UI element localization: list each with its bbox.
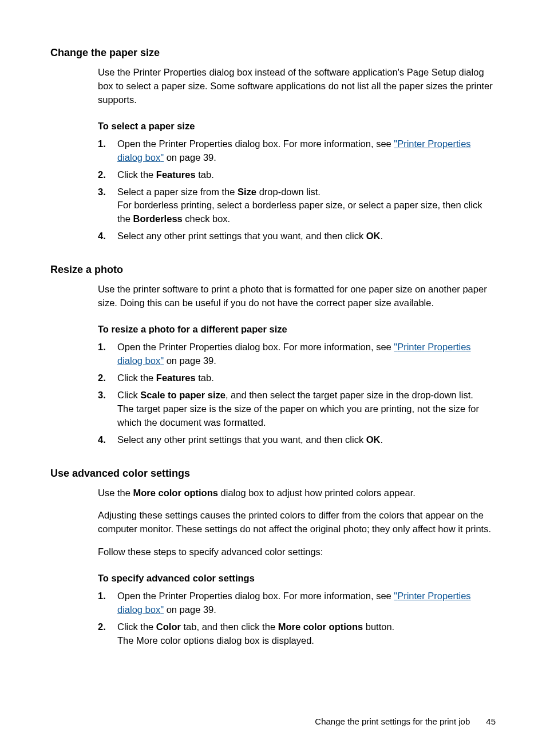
step-content: Open the Printer Properties dialog box. … [117, 589, 496, 617]
step-number: 2. [98, 371, 117, 385]
step-number: 1. [98, 589, 117, 617]
intro-paragraph: Use the Printer Properties dialog box in… [98, 66, 496, 107]
step-content: Select a paper size from the Size drop-d… [117, 185, 496, 227]
step-content: Click the Features tab. [117, 168, 496, 182]
list-item: 2. Click the Features tab. [98, 168, 496, 182]
step-content: Open the Printer Properties dialog box. … [117, 137, 496, 165]
steps-list: 1. Open the Printer Properties dialog bo… [98, 589, 496, 648]
step-content: Open the Printer Properties dialog box. … [117, 341, 496, 368]
page-content: Change the paper size Use the Printer Pr… [0, 0, 546, 648]
paragraph: Adjusting these settings causes the prin… [98, 509, 496, 536]
list-item: 3. Click Scale to paper size, and then s… [98, 389, 496, 430]
step-number: 2. [98, 168, 117, 182]
page-footer: Change the print settings for the print … [315, 717, 496, 726]
list-item: 2. Click the Features tab. [98, 371, 496, 385]
step-number: 2. [98, 620, 117, 648]
step-content: Click the Color tab, and then click the … [117, 620, 496, 648]
steps-list: 1. Open the Printer Properties dialog bo… [98, 137, 496, 243]
step-number: 4. [98, 229, 117, 243]
step-number: 4. [98, 433, 117, 447]
step-number: 3. [98, 389, 117, 430]
step-content: Click Scale to paper size, and then sele… [117, 389, 496, 430]
step-number: 3. [98, 185, 117, 227]
step-content: Select any other print settings that you… [117, 229, 496, 243]
section-advanced-color: Use advanced color settings Use the More… [50, 468, 496, 648]
heading-advanced-color: Use advanced color settings [50, 468, 496, 480]
section-resize-photo: Resize a photo Use the printer software … [50, 264, 496, 446]
heading-resize-photo: Resize a photo [50, 264, 496, 276]
step-number: 1. [98, 341, 117, 368]
list-item: 1. Open the Printer Properties dialog bo… [98, 341, 496, 368]
page-number: 45 [486, 717, 496, 726]
list-item: 4. Select any other print settings that … [98, 433, 496, 447]
heading-change-paper-size: Change the paper size [50, 47, 496, 59]
steps-list: 1. Open the Printer Properties dialog bo… [98, 341, 496, 446]
list-item: 1. Open the Printer Properties dialog bo… [98, 137, 496, 165]
subheading-select-paper-size: To select a paper size [98, 121, 496, 132]
paragraph: Follow these steps to specify advanced c… [98, 545, 496, 559]
intro-paragraph: Use the printer software to print a phot… [98, 283, 496, 310]
list-item: 3. Select a paper size from the Size dro… [98, 185, 496, 227]
list-item: 4. Select any other print settings that … [98, 229, 496, 243]
step-content: Click the Features tab. [117, 371, 496, 385]
list-item: 1. Open the Printer Properties dialog bo… [98, 589, 496, 617]
list-item: 2. Click the Color tab, and then click t… [98, 620, 496, 648]
subheading-resize-photo: To resize a photo for a different paper … [98, 324, 496, 335]
subheading-advanced-color: To specify advanced color settings [98, 573, 496, 584]
step-number: 1. [98, 137, 117, 165]
footer-text: Change the print settings for the print … [315, 717, 470, 726]
section-change-paper-size: Change the paper size Use the Printer Pr… [50, 47, 496, 243]
step-content: Select any other print settings that you… [117, 433, 496, 447]
intro-paragraph: Use the More color options dialog box to… [98, 486, 496, 500]
